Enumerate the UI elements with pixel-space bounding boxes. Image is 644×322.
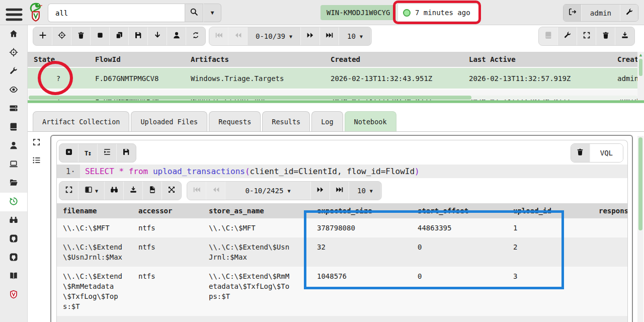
sidebar-virtual-filesystem[interactable]: [0, 174, 27, 193]
export-button[interactable]: [615, 27, 634, 45]
upload-row[interactable]: C:\ProgramData auto C:\ProgramData\Micr …: [57, 316, 627, 322]
sidebar-collected-artifacts[interactable]: [0, 193, 27, 211]
page-size-dropdown[interactable]: 10 ▼: [339, 27, 371, 45]
sidebar-view-artifacts[interactable]: [0, 62, 27, 81]
col-filename[interactable]: filename: [57, 203, 132, 218]
flow-row-selected[interactable]: ? F.D67GNMTPMGCV8 Windows.Triage.Targets…: [28, 67, 644, 89]
sidebar-documentation[interactable]: [0, 267, 27, 286]
tab-artifact-collection[interactable]: Artifact Collection: [33, 111, 129, 131]
tab-uploaded-files[interactable]: Uploaded Files: [131, 111, 207, 131]
save-collection-button[interactable]: [129, 27, 148, 45]
tab-notebook[interactable]: Notebook: [345, 111, 396, 131]
build-collection-button[interactable]: [558, 27, 577, 45]
col-response[interactable]: response: [593, 203, 627, 218]
page-size-dropdown[interactable]: 10 ▼: [349, 182, 381, 200]
scrollbar-thumb[interactable]: [639, 59, 642, 76]
sidebar-search-binoculars[interactable]: [0, 211, 27, 230]
notebook-vertical-scrollbar[interactable]: [637, 136, 643, 322]
fullscreen-icon[interactable]: [32, 138, 41, 148]
scrollbar-thumb[interactable]: [29, 96, 471, 100]
flows-horizontal-scrollbar[interactable]: [29, 96, 637, 100]
vql-query[interactable]: SELECT * from upload_transactions(client…: [80, 165, 627, 178]
fullscreen-button[interactable]: [577, 27, 596, 45]
column-selector-button[interactable]: ▼: [78, 182, 105, 200]
col-accessor[interactable]: accessor: [132, 203, 203, 218]
upload-row[interactable]: \\.\C:\$Extend\$RmMetadata\$TxfLog\$Tops…: [57, 267, 627, 316]
first-page-button[interactable]: [187, 182, 206, 200]
username-label[interactable]: admin: [582, 5, 620, 21]
table-tools-group: ▼: [59, 181, 182, 200]
col-state[interactable]: State: [28, 52, 89, 67]
sidebar-server-events[interactable]: [0, 100, 27, 118]
sidebar-github-issues-link[interactable]: [0, 249, 27, 267]
delete-button[interactable]: [596, 27, 615, 45]
sidebar-client-events[interactable]: [0, 81, 27, 100]
toc-list-icon[interactable]: [32, 156, 41, 167]
upload-row[interactable]: \\.\C:\$Extend\$UsnJrnl:$Max ntfs \\.\C:…: [57, 237, 627, 267]
upload-row[interactable]: \\.\C:\$MFT ntfs \\.\C:\$MFT 378798080 4…: [57, 218, 627, 237]
page-range-dropdown[interactable]: 0-10/39 ▼: [248, 27, 301, 45]
new-collection-button[interactable]: [33, 27, 52, 45]
next-page-button[interactable]: [311, 182, 330, 200]
hamburger-menu-icon[interactable]: [6, 6, 23, 19]
col-store-as-name[interactable]: store_as_name: [203, 203, 311, 218]
sidebar-host-information[interactable]: [0, 155, 27, 174]
col-created[interactable]: Created: [325, 52, 463, 67]
sidebar-server-artifacts[interactable]: [0, 118, 27, 137]
first-page-button[interactable]: [209, 27, 228, 45]
sidebar-velociraptor-about[interactable]: [0, 286, 27, 304]
cancel-edit-button[interactable]: [59, 144, 78, 162]
logout-button[interactable]: [564, 5, 582, 21]
delete-cell-button[interactable]: [571, 144, 590, 162]
cancel-flow-button[interactable]: [91, 27, 110, 45]
cell-language-button[interactable]: VQL: [590, 144, 623, 162]
prev-page-button[interactable]: [228, 27, 248, 45]
hostname-badge[interactable]: WIN-KMODJ1W0CYG: [320, 5, 396, 20]
download-results-button[interactable]: [148, 27, 167, 45]
sidebar-hunt-manager[interactable]: [0, 44, 27, 62]
tab-requests[interactable]: Requests: [209, 111, 261, 131]
download-csv-button[interactable]: [143, 182, 162, 200]
transform-table-button[interactable]: [162, 182, 181, 200]
save-cell-button[interactable]: [117, 144, 136, 162]
last-page-button[interactable]: [320, 27, 339, 45]
copy-collection-button[interactable]: [110, 27, 129, 45]
collect-from-client-button[interactable]: [167, 27, 186, 45]
add-to-hunt-button[interactable]: [52, 27, 71, 45]
delete-flow-button[interactable]: [71, 27, 91, 45]
col-last-active[interactable]: Last Active: [463, 52, 611, 67]
prev-page-button[interactable]: [206, 182, 225, 200]
scrollbar-thumb[interactable]: [638, 137, 642, 230]
refresh-flows-button[interactable]: [186, 27, 205, 45]
col-upload-id[interactable]: upload_id: [507, 203, 593, 218]
col-flowid[interactable]: FlowId: [89, 52, 185, 67]
user-settings-button[interactable]: [620, 5, 638, 21]
sidebar-github-link[interactable]: [0, 230, 27, 249]
search-button[interactable]: [185, 4, 203, 22]
search-options-dropdown[interactable]: ▼: [203, 4, 221, 22]
search-input[interactable]: [48, 4, 185, 22]
reformat-vql-button[interactable]: [98, 144, 117, 162]
page-range-dropdown[interactable]: 0-10/2425 ▼: [225, 182, 311, 200]
expand-table-button[interactable]: [59, 182, 78, 200]
start-offset-cell: 0: [412, 316, 507, 322]
tab-results[interactable]: Results: [262, 111, 310, 131]
col-artifacts[interactable]: Artifacts: [185, 52, 325, 67]
result-pagination: 0-10/2425 ▼ 10 ▼: [187, 181, 382, 200]
tab-log[interactable]: Log: [311, 111, 343, 131]
sidebar-home[interactable]: [0, 25, 27, 44]
last-seen-button[interactable]: 7 minutes ago: [397, 4, 479, 22]
download-json-button[interactable]: [124, 182, 143, 200]
text-size-button[interactable]: T↕: [78, 144, 98, 162]
vql-editor-line[interactable]: 1· SELECT * from upload_transactions(cli…: [57, 165, 627, 178]
sidebar-users[interactable]: [0, 137, 27, 155]
next-page-button[interactable]: [301, 27, 320, 45]
flows-vertical-scrollbar[interactable]: ▲: [637, 52, 644, 100]
last-page-button[interactable]: [330, 182, 349, 200]
scroll-up-icon[interactable]: ▲: [639, 52, 642, 58]
col-start-offset[interactable]: start_offset: [412, 203, 507, 218]
panel-resize-divider[interactable]: [28, 100, 644, 103]
flow-logs-button[interactable]: [539, 27, 558, 45]
col-expected-size[interactable]: expected_size: [311, 203, 412, 218]
table-search-button[interactable]: [105, 182, 124, 200]
